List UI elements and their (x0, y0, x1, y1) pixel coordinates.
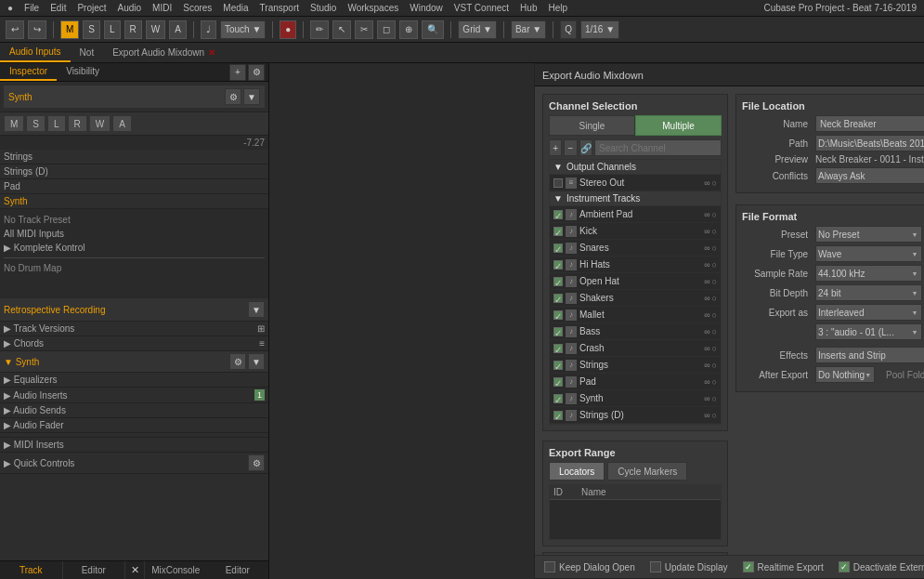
mallet-check[interactable]: ✓ (553, 310, 563, 320)
track-r-btn[interactable]: R (68, 115, 87, 132)
m-btn[interactable]: M (60, 20, 79, 39)
tool6[interactable]: 🔍 (422, 20, 444, 39)
effects-select[interactable]: Inserts and Strip (815, 347, 924, 363)
menu-transport[interactable]: Transport (260, 3, 299, 13)
file-type-select[interactable]: Wave (815, 245, 922, 262)
synth-check[interactable]: ✓ (553, 394, 563, 403)
metronome-btn[interactable]: ♩ (201, 20, 216, 39)
redo-btn[interactable]: ↪ (28, 20, 46, 39)
synth-settings[interactable]: ⚙ (225, 88, 241, 105)
editor-tab[interactable]: Editor (63, 561, 126, 579)
bar-select[interactable]: Bar ▼ (511, 20, 546, 39)
retro-settings[interactable]: ▼ (248, 301, 265, 318)
tab-inspector[interactable]: Inspector (0, 63, 57, 81)
sample-rate-select[interactable]: 44.100 kHz (815, 265, 922, 282)
tool1[interactable]: ✏ (310, 20, 329, 39)
track-w-btn[interactable]: W (89, 115, 111, 132)
conflicts-select[interactable]: Always Ask (815, 167, 924, 184)
track-m-btn[interactable]: M (4, 115, 24, 132)
snares-check[interactable]: ✓ (553, 243, 563, 253)
audio-sends[interactable]: ▶ Audio Sends (0, 403, 268, 418)
qc-settings[interactable]: ⚙ (248, 454, 265, 471)
editor-tab2[interactable]: Editor (207, 561, 269, 579)
channel-snares[interactable]: ✓ ♪ Snares ∞○ (550, 240, 721, 257)
komplete-kontrol[interactable]: ▶ Komplete Kontrol (0, 241, 268, 255)
channel-bass[interactable]: ✓ ♪ Bass ∞○ (550, 323, 721, 340)
channel-strings[interactable]: ✓ ♪ Strings ∞○ (550, 357, 721, 374)
after-export-select[interactable]: Do Nothing (815, 366, 875, 383)
track-pad[interactable]: Pad (0, 179, 268, 194)
synth-section[interactable]: ▼ Synth ⚙ ▼ (0, 351, 268, 373)
shakers-check[interactable]: ✓ (553, 294, 563, 303)
track-l-btn[interactable]: L (47, 115, 66, 132)
tool5[interactable]: ⊕ (399, 20, 418, 39)
settings-btn[interactable]: ⚙ (248, 64, 265, 81)
l-btn[interactable]: L (104, 20, 121, 39)
channel-open-hat[interactable]: ✓ ♪ Open Hat ∞○ (550, 273, 721, 290)
chords[interactable]: ▶ Chords ≡ (0, 336, 268, 351)
midi-inserts[interactable]: ▶ MIDI Inserts (0, 438, 268, 453)
path-select[interactable]: D:\Music\Beats\Beats 2019\Beat 7-16-2019… (815, 135, 924, 151)
stereo-out-row[interactable]: ≡ Stereo Out ∞ ○ (550, 175, 721, 191)
channel-strings-d[interactable]: ✓ ♪ Strings (D) ∞○ (550, 407, 721, 424)
undo-btn[interactable]: ↩ (6, 20, 24, 39)
multiple-tab[interactable]: Multiple (635, 115, 722, 136)
equalizers[interactable]: ▶ Equalizers (0, 373, 268, 388)
synth-eq-btn[interactable]: ⚙ (229, 353, 246, 370)
menu-file[interactable]: File (24, 3, 39, 13)
close-btn[interactable]: ✕ (125, 561, 144, 579)
track-strings[interactable]: Strings (0, 150, 268, 164)
deactivate-midi-check[interactable]: ✓ (839, 561, 850, 572)
channel-search[interactable] (594, 139, 722, 156)
audio-inserts[interactable]: ▶ Audio Inserts 1 (0, 388, 268, 403)
menu-scores[interactable]: Scores (183, 3, 212, 13)
tab-not[interactable]: Not (71, 43, 104, 62)
channel-crash[interactable]: ✓ ♪ Crash ∞○ (550, 340, 721, 357)
tool3[interactable]: ✂ (355, 20, 373, 39)
w-btn[interactable]: W (146, 20, 165, 39)
crash-check[interactable]: ✓ (553, 344, 563, 353)
r-btn[interactable]: R (124, 20, 142, 39)
menu-vst[interactable]: VST Connect (454, 3, 509, 13)
all-midi-inputs[interactable]: All MIDI Inputs (0, 227, 268, 241)
audio-fader[interactable]: ▶ Audio Fader (0, 418, 268, 433)
open-hat-check[interactable]: ✓ (553, 277, 563, 286)
menu-hub[interactable]: Hub (520, 3, 537, 13)
cycle-markers-btn[interactable]: Cycle Markers (607, 462, 687, 480)
export-as-select[interactable]: Interleaved (815, 304, 922, 321)
touch-select[interactable]: Touch ▼ (220, 20, 266, 39)
preset-select[interactable]: No Preset (815, 226, 922, 243)
stereo-out-check[interactable] (553, 178, 563, 188)
pad-check[interactable]: ✓ (553, 377, 563, 387)
menu-midi[interactable]: MIDI (152, 3, 172, 13)
menu-media[interactable]: Media (223, 3, 248, 13)
locators-btn[interactable]: Locators (549, 462, 605, 480)
tab-export-close[interactable]: ✕ (208, 47, 215, 58)
menu-help[interactable]: Help (548, 3, 567, 13)
realtime-export-check[interactable]: ✓ (743, 561, 754, 572)
menu-edit[interactable]: Edit (50, 3, 66, 13)
menu-window[interactable]: Window (410, 3, 443, 13)
menu-workspaces[interactable]: Workspaces (347, 3, 398, 13)
record-btn[interactable]: ● (280, 20, 296, 39)
synth-menu-btn[interactable]: ▼ (248, 353, 265, 370)
mixconsole-tab[interactable]: MixConsole (144, 561, 207, 579)
track-s-btn[interactable]: S (26, 115, 46, 132)
channel-shakers[interactable]: ✓ ♪ Shakers ∞○ (550, 290, 721, 307)
menu-studio[interactable]: Studio (310, 3, 336, 13)
ch-link[interactable]: 🔗 (579, 139, 592, 156)
menu-audio[interactable]: Audio (118, 3, 142, 13)
strings-check[interactable]: ✓ (553, 361, 563, 370)
single-tab[interactable]: Single (549, 115, 635, 136)
channel-pad[interactable]: ✓ ♪ Pad ∞○ (550, 374, 721, 390)
menu-project[interactable]: Project (77, 3, 106, 13)
track-tab[interactable]: Track (0, 561, 63, 579)
track-versions[interactable]: ▶ Track Versions ⊞ (0, 322, 268, 336)
quantize-select[interactable]: 1/16 ▼ (580, 20, 619, 39)
ch-add[interactable]: + (549, 139, 562, 156)
export-as-sub-select[interactable]: 3 : "audio - 01 (L... (815, 323, 922, 340)
channel-kick[interactable]: ✓ ♪ Kick ∞○ (550, 223, 721, 240)
keep-dialog-open-check[interactable] (544, 561, 555, 572)
hihats-check[interactable]: ✓ (553, 260, 563, 270)
channel-hihats[interactable]: ✓ ♪ Hi Hats ∞○ (550, 257, 721, 273)
